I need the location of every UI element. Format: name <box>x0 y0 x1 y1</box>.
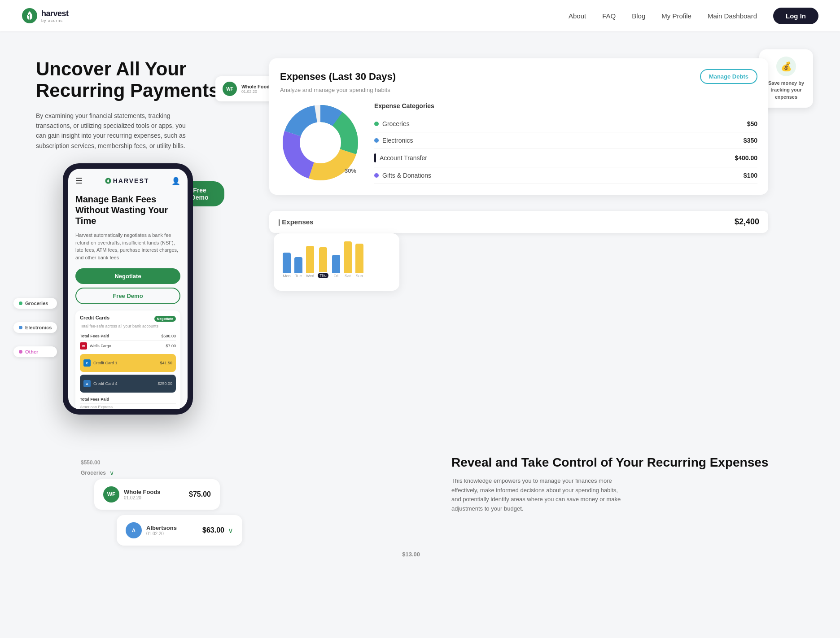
bar-chart: Mon Tue Wed Thu <box>283 242 390 278</box>
phone-card-title: Credit Cards <box>80 315 109 320</box>
bar-tue-label: Tue <box>295 274 302 278</box>
hero-left: Uncover All Your Recurring Payments By e… <box>36 58 224 415</box>
bar-sun-yellow <box>355 244 363 273</box>
wells-fargo-name: Wells Fargo <box>90 344 163 348</box>
phone-amex-label: American Express <box>80 405 176 409</box>
albertsons-amount: $63.00 <box>202 526 224 534</box>
nav-my-profile[interactable]: My Profile <box>661 12 691 20</box>
bar-wed-yellow <box>306 246 314 273</box>
whole-foods-transaction: WF Whole Foods 01.02.20 $75.00 <box>94 479 220 510</box>
bar-tue-blue <box>294 257 302 273</box>
nav-blog[interactable]: Blog <box>632 12 645 20</box>
expense-categories: Expense Categories Groceries $50 Electro… <box>374 102 757 184</box>
transaction-cards-area: $550.00 Groceries ∨ WF Whole Foods 01.02… <box>36 450 433 558</box>
electronics-dot <box>374 138 379 143</box>
albertsons-transaction: A Albertsons 01.02.20 $63.00 ∨ <box>117 515 242 546</box>
chevron-down-icon: ∨ <box>228 526 233 535</box>
bar-sat-label: Sat <box>345 274 351 278</box>
cat-row-transfer: Account Transfer $400.00 <box>374 149 757 167</box>
phone-logo: HARVEST <box>105 177 149 184</box>
whole-foods-name: Whole Foods <box>241 84 272 89</box>
bar-fri: Fri <box>332 255 340 278</box>
expenses-header: Expenses (Last 30 Days) Manage Debts <box>280 69 757 84</box>
albertsons-icon: A <box>126 522 142 538</box>
hero-title: Uncover All Your Recurring Payments <box>36 58 224 102</box>
phone-demo-button[interactable]: Free Demo <box>75 288 180 304</box>
logo-sub: by acorns <box>41 18 69 23</box>
groceries-name: Groceries <box>382 120 410 127</box>
albertsons-date: 01.02.20 <box>146 531 177 536</box>
nav-faq[interactable]: FAQ <box>602 12 616 20</box>
wells-fargo-icon: W <box>80 342 87 350</box>
reveal-description: This knowledge empowers you to manage yo… <box>451 476 622 514</box>
total-expenses-value: $2,400 <box>735 217 759 227</box>
save-money-text: Save money by tracking your expenses <box>766 80 806 101</box>
wf-transaction-info: Whole Foods 01.02.20 <box>124 489 161 500</box>
hero-right: 💰 Save money by tracking your expenses W… <box>242 58 804 415</box>
albertsons-left: A Albertsons 01.02.20 <box>126 522 177 538</box>
reveal-section: Reveal and Take Control of Your Recurrin… <box>451 450 804 558</box>
cat-row-gifts: Gifts & Donations $100 <box>374 167 757 184</box>
bar-sat-yellow <box>344 241 352 273</box>
wells-fargo-amount: $7.00 <box>166 344 176 348</box>
cat-row-groceries: Groceries $50 <box>374 116 757 132</box>
expenses-body: 30% Expense Categories Groceries $50 <box>280 102 757 184</box>
reveal-title: Reveal and Take Control of Your Recurrin… <box>451 455 804 470</box>
bar-mon-label: Mon <box>283 274 291 278</box>
albertsons-name: Albertsons <box>146 524 177 531</box>
groceries-value: $50 <box>747 120 757 127</box>
wf-transaction-icon: WF <box>103 486 119 503</box>
credit-card-1-name: Credit Card 1 <box>93 361 160 365</box>
phone-bank-row-wells: W Wells Fargo $7.00 <box>80 341 176 351</box>
bar-thu: Thu <box>318 247 328 278</box>
whole-foods-date: 01.02.20 <box>241 89 272 94</box>
transfer-value: $400.00 <box>735 154 757 162</box>
chevron-groceries: ∨ <box>109 469 114 476</box>
albertsons-amount-area: $63.00 ∨ <box>202 526 233 535</box>
login-button[interactable]: Log In <box>773 8 818 24</box>
nav-about[interactable]: About <box>569 12 586 20</box>
logo: harvest by acorns <box>22 8 69 24</box>
electronics-name: Electronics <box>382 137 413 144</box>
phone-negotiate-badge[interactable]: Negotiate <box>154 316 176 322</box>
bar-chart-card: Mon Tue Wed Thu <box>274 233 399 291</box>
whole-foods-info: Whole Foods 01.02.20 <box>241 84 272 94</box>
bar-thu-label: Thu <box>318 273 328 278</box>
wf-transaction-left: WF Whole Foods 01.02.20 <box>103 486 161 503</box>
deco-electronics-label: Electronics <box>25 325 52 330</box>
extra-amount2: $13.00 <box>81 551 433 558</box>
transfer-bar-icon <box>374 153 376 162</box>
bar-fri-label: Fri <box>334 274 339 278</box>
phone-content-desc: Harvest automatically negotiates a bank … <box>75 232 180 261</box>
phone-negotiate-button[interactable]: Negotiate <box>75 268 180 284</box>
bar-mon: Mon <box>283 253 291 278</box>
bar-sat: Sat <box>344 241 352 278</box>
phone-yellow-card: C Credit Card 1 $41.50 <box>80 354 176 372</box>
deco-groceries-label: Groceries <box>25 301 48 306</box>
save-money-icon: 💰 <box>776 57 796 76</box>
phone-harvest-icon <box>105 178 111 184</box>
phone-header: ☰ HARVEST 👤 <box>75 176 180 186</box>
harvest-logo-icon <box>22 8 38 24</box>
categories-title: Expense Categories <box>374 102 757 109</box>
bar-sun-label: Sun <box>356 274 363 278</box>
cat-row-electronics: Electronics $350 <box>374 132 757 149</box>
phone-dark-card: A Credit Card 4 $250.00 <box>80 375 176 393</box>
deco-tag: Other <box>25 349 38 354</box>
manage-debts-button[interactable]: Manage Debts <box>700 69 757 84</box>
phone-user-icon: 👤 <box>171 177 180 185</box>
albertsons-info: Albertsons 01.02.20 <box>146 524 177 536</box>
donut-label: 30% <box>345 167 356 174</box>
phone-total-fees-value: $500.00 <box>161 334 176 338</box>
phone-card-subtitle: Total fee-safe across all your bank acco… <box>80 324 176 328</box>
phone-content-title: Manage Bank Fees Without Wasting Your Ti… <box>75 194 180 226</box>
bottom-section: $550.00 Groceries ∨ WF Whole Foods 01.02… <box>0 433 840 576</box>
bar-tue: Tue <box>294 257 302 278</box>
gifts-dot <box>374 173 379 178</box>
bar-mon-blue <box>283 253 291 273</box>
nav-main-dashboard[interactable]: Main Dashboard <box>708 12 757 20</box>
logo-name: harvest <box>41 9 69 18</box>
bar-sun: Sun <box>355 244 363 278</box>
expenses-title: Expenses (Last 30 Days) <box>280 71 396 83</box>
credit-card-1-amount: $41.50 <box>160 361 172 365</box>
